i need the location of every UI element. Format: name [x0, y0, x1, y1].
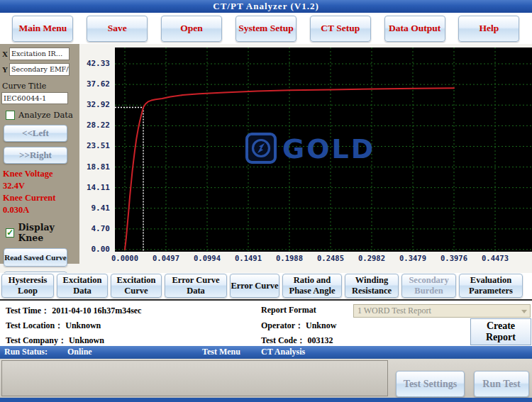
- footer-message-panel: [1, 360, 388, 396]
- test-time-value: 2011-04-10 16h37m34sec: [52, 306, 141, 316]
- x-axis-select[interactable]: Excitation IR…: [9, 48, 70, 60]
- y-axis-tick: 32.92: [79, 100, 110, 109]
- scroll-right-button[interactable]: >>Right: [4, 147, 67, 164]
- ct-analysis-label[interactable]: CT Analysis: [261, 347, 305, 357]
- y-axis-tick: 14.11: [79, 183, 110, 192]
- status-bar: Run Status: Online Test Menu CT Analysis: [0, 346, 532, 359]
- curve-title-input[interactable]: IEC60044-1: [1, 92, 68, 104]
- scroll-left-button[interactable]: <<Left: [4, 125, 67, 142]
- test-company-value: Unknown: [69, 335, 104, 345]
- display-knee-row: ✓ Display Knee: [6, 222, 79, 243]
- gold-logo: GOLD: [247, 133, 375, 164]
- tab-winding-resistance[interactable]: Winding Resistance: [345, 274, 399, 298]
- test-info-panel: Test Time： 2011-04-10 16h37m34sec Test L…: [0, 299, 532, 346]
- tab-error-curve-data[interactable]: Error Curve Data: [165, 274, 227, 298]
- report-format-selected-value: 1 WORD Test Report: [358, 306, 431, 316]
- main-area: X Excitation IR… Y Secondary EMF/V Curve…: [0, 44, 532, 273]
- chevron-down-icon: [521, 310, 527, 313]
- y-axis-tick: 28.22: [79, 121, 110, 130]
- y-axis-select[interactable]: Secondary EMF/V: [9, 63, 70, 76]
- y-axis-tick: 9.41: [79, 203, 110, 213]
- run-status-label: Run Status:: [4, 347, 48, 357]
- operator-value: Unknow: [306, 320, 336, 330]
- knee-current-label: Knee Current: [3, 192, 79, 204]
- analyze-data-row: Analyze Data: [6, 110, 79, 120]
- y-axis-row: Y Secondary EMF/V: [0, 63, 79, 79]
- knee-voltage-label: Knee Voltage: [3, 168, 79, 180]
- y-axis-tick: 42.33: [79, 59, 110, 68]
- y-axis-letter: Y: [2, 65, 8, 74]
- tab-secondary-burden: Secondary Burden: [401, 274, 456, 298]
- run-test-button[interactable]: Run Test: [474, 371, 529, 397]
- tab-error-curve[interactable]: Error Curve: [230, 274, 279, 298]
- create-report-button[interactable]: Create Report: [470, 318, 531, 345]
- open-button[interactable]: Open: [161, 16, 222, 42]
- y-axis: 42.33 37.62 32.92 28.22 23.51 18.81 14.1…: [79, 44, 112, 273]
- test-location-value: Unknown: [65, 320, 101, 330]
- test-code-label: Test Code：: [261, 335, 306, 345]
- test-location-row: Test Location： Unknown: [6, 320, 101, 332]
- x-axis-tick: 0.3976: [433, 254, 475, 262]
- tab-evaluation-parameters[interactable]: Evaluation Parameters: [459, 274, 523, 298]
- read-saved-curve-button[interactable]: Read Saved Curve: [4, 248, 67, 267]
- tab-excitation-data[interactable]: Excitation Data: [57, 274, 108, 298]
- test-location-label: Test Location：: [6, 320, 63, 330]
- test-time-label: Test Time：: [6, 306, 50, 316]
- x-axis-letter: X: [2, 50, 8, 58]
- x-axis-tick: 0.3479: [392, 254, 433, 262]
- report-format-row: Report Format: [261, 305, 316, 316]
- knee-voltage-value: 32.4V: [3, 180, 79, 192]
- y-axis-tick: 4.70: [79, 224, 110, 233]
- report-format-label: Report Format: [261, 305, 316, 315]
- y-axis-tick: 0.00: [79, 245, 110, 254]
- knee-readout: Knee Voltage 32.4V Knee Current 0.030A: [0, 168, 79, 216]
- ct-pt-analyzer-window: CT/PT Analyzer (V1.2) Main Menu Save Ope…: [0, 0, 532, 402]
- x-axis-tick: 0.0000: [104, 254, 145, 262]
- test-time-row: Test Time： 2011-04-10 16h37m34sec: [6, 305, 141, 317]
- main-menu-button[interactable]: Main Menu: [12, 16, 73, 42]
- x-axis-row: X Excitation IR…: [0, 48, 79, 63]
- test-settings-button[interactable]: Test Settings: [396, 371, 465, 397]
- save-button[interactable]: Save: [87, 16, 148, 42]
- chart-canvas: GOLD: [115, 48, 532, 252]
- gold-logo-text: GOLD: [282, 133, 375, 164]
- display-knee-checkbox[interactable]: ✓: [6, 228, 14, 238]
- x-axis-tick: 0.2982: [351, 254, 392, 262]
- title-bar: CT/PT Analyzer (V1.2): [0, 0, 532, 13]
- test-menu-label[interactable]: Test Menu: [202, 347, 240, 357]
- y-axis-tick: 23.51: [79, 141, 110, 150]
- tab-excitation-curve[interactable]: Excitation Curve: [111, 274, 162, 298]
- y-axis-tick: 18.81: [79, 162, 110, 172]
- analyze-data-label: Analyze Data: [18, 110, 73, 120]
- sidebar: X Excitation IR… Y Secondary EMF/V Curve…: [0, 44, 79, 264]
- analyze-data-checkbox[interactable]: [6, 111, 15, 120]
- tab-ratio-phase-angle[interactable]: Ratio and Phase Angle: [282, 274, 342, 298]
- x-axis: 0.0000 0.0497 0.0994 0.1491 0.1988 0.248…: [94, 254, 532, 265]
- operator-label: Operator：: [261, 320, 304, 330]
- help-button[interactable]: Help: [458, 16, 519, 42]
- y-axis-tick: 37.62: [79, 79, 110, 89]
- ct-setup-button[interactable]: CT Setup: [310, 16, 371, 42]
- display-knee-label: Display Knee: [18, 222, 79, 243]
- bottom-strip: [0, 398, 532, 402]
- x-axis-tick: 0.0497: [145, 254, 187, 262]
- test-company-row: Test Company： Unknown: [6, 335, 104, 347]
- app-title: CT/PT Analyzer (V1.2): [213, 1, 318, 12]
- tab-hysteresis-loop[interactable]: Hysteresis Loop: [1, 274, 54, 298]
- knee-current-value: 0.030A: [3, 204, 79, 216]
- x-axis-tick: 0.0994: [187, 254, 228, 262]
- excitation-chart[interactable]: GOLD: [115, 48, 532, 252]
- curve-title-label: Curve Title: [0, 82, 79, 91]
- test-code-value: 003132: [308, 335, 333, 345]
- system-setup-button[interactable]: System Setup: [235, 16, 297, 42]
- test-company-label: Test Company：: [6, 335, 67, 345]
- x-axis-tick: 0.1491: [228, 254, 269, 262]
- footer: Test Settings Run Test: [0, 359, 532, 398]
- run-status-value: Online: [67, 347, 92, 357]
- x-axis-tick: 0.4473: [475, 254, 516, 262]
- x-axis-tick: 0.1988: [269, 254, 310, 262]
- operator-row: Operator： Unknow: [261, 320, 336, 332]
- data-output-button[interactable]: Data Output: [384, 16, 445, 42]
- x-axis-tick: 0.2485: [310, 254, 351, 262]
- report-format-dropdown[interactable]: 1 WORD Test Report: [353, 304, 531, 318]
